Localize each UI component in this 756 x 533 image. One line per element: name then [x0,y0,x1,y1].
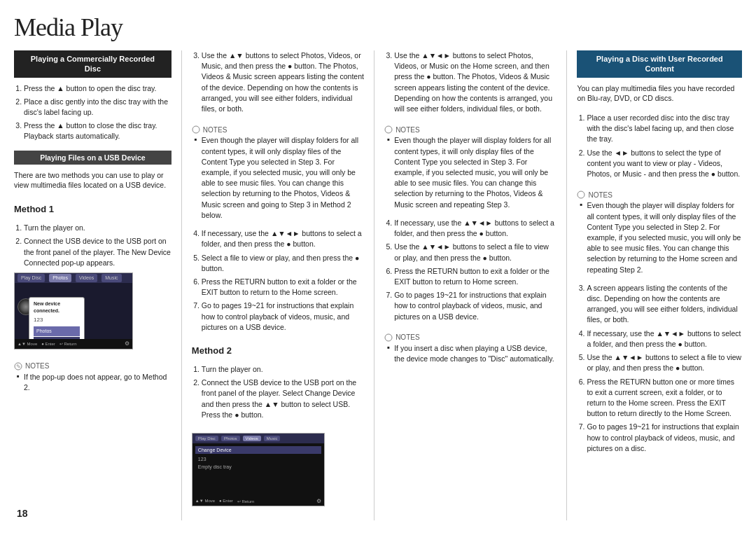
screen-tab: Play Disc [18,274,45,282]
screen-bottom-enter: ● Enter [41,341,55,347]
col2: Use the ▲▼ buttons to select Photos, Vid… [192,50,364,520]
list-item: If you insert a disc when playing a USB … [387,343,556,364]
screen-tab: Music [102,274,121,282]
svg-point-3 [385,126,392,133]
section1-header: Playing a Commercially Recorded Disc [14,50,172,78]
settings-icon2: ⚙ [316,498,321,504]
notes-box3b: NOTES If you insert a disc when playing … [384,333,556,366]
notes-box3a: NOTES Even though the player will displa… [384,125,556,212]
screen2-tab: Play Disc [195,436,218,441]
list-item: If necessary, use the ▲▼◄► buttons to se… [587,328,742,349]
list-item: Even though the player will display fold… [195,135,364,221]
list-item: Use the ◄► buttons to select the type of… [587,148,742,180]
screen2-item: 123 [195,455,321,463]
list-item: Connect the USB device to the USB port o… [24,236,172,268]
page: Media Play Playing a Commercially Record… [0,0,756,533]
list-item: Press the RETURN button to exit a folder… [202,277,364,298]
screen2-content: Change Device 123 Empty disc tray [192,443,324,473]
screen2-bottom: ▲▼ Move ● Enter ↩ Return ⚙ [192,496,324,506]
method2-title: Method 2 [192,345,364,356]
notes-label3a: NOTES [384,125,556,134]
screen-mock: Play Disc Photos Videos Music New device… [14,272,133,349]
col4-steps: Place a user recorded disc into the disc… [577,113,742,182]
page-title: Media Play [14,13,742,42]
col4: Playing a Disc with User Recorded Conten… [577,50,742,520]
col1: Playing a Commercially Recorded Disc Pre… [14,50,172,520]
settings-icon: ⚙ [125,340,130,348]
col-divider [181,50,182,520]
screen-mock2: Play Disc Photos Videos Music Change Dev… [192,433,325,506]
col-divider3 [566,50,567,520]
svg-text:✎: ✎ [16,364,21,370]
list-item: Turn the player on. [24,223,172,233]
method2-steps: Turn the player on. Connect the USB devi… [192,364,364,423]
screen2-tab: Photos [221,436,240,441]
list-item: If necessary, use the ▲▼◄► buttons to se… [202,228,364,249]
columns: Playing a Commercially Recorded Disc Pre… [14,50,742,520]
notes-label4: NOTES [577,191,742,199]
list-item: Use the ▲▼ buttons to select Photos, Vid… [202,50,364,114]
screen-top-bar: Play Disc Photos Videos Music [15,273,132,283]
notes-box1: NOTES Even though the player will displa… [192,125,364,223]
intro-text: There are two methods you can use to pla… [14,170,172,191]
col3-steps2: If necessary, use the ▲▼◄► buttons to se… [384,218,556,325]
list-item: Place a disc gently into the disc tray w… [24,97,172,118]
svg-point-4 [385,334,392,341]
notes-icon [384,125,393,134]
notes-icon [192,125,200,134]
list-item: Go to pages 19~21 for instructions that … [202,300,364,333]
notes-label: NOTES [192,125,364,134]
notes-label: ✎ NOTES [14,362,172,371]
list-item: A screen appears listing the contents of… [587,283,742,326]
list-item: If the pop-up does not appear, go to Met… [17,372,172,393]
list-item: If necessary, use the ▲▼◄► buttons to se… [394,218,556,239]
screen2-item: Change Device [195,446,321,454]
screen-bottom-return: ↩ Return [59,341,77,347]
list-item: Even though the player will display fold… [387,135,556,210]
col4-steps2: A screen appears listing the contents of… [577,283,742,457]
screen2-item: Empty disc tray [195,464,321,470]
screen-tab: Videos [76,274,97,282]
col4-intro: You can play multimedia files you have r… [577,83,742,104]
screen-tab: Photos [49,274,71,282]
notes-box: ✎ NOTES If the pop-up does not appear, g… [14,362,172,395]
svg-point-2 [192,126,200,133]
list-item: Use the ▲▼◄► buttons to select Photos, V… [394,50,556,114]
col2-steps2: If necessary, use the ▲▼◄► buttons to se… [192,228,364,335]
list-item: Play Disc Photos Videos Music New device… [14,272,172,349]
method1-steps: Turn the player on. Connect the USB devi… [14,223,172,354]
list-item: Place a user recorded disc into the disc… [587,113,742,145]
col3: Use the ▲▼◄► buttons to select Photos, V… [384,50,556,520]
col2-steps: Use the ▲▼ buttons to select Photos, Vid… [192,50,364,117]
screen-bottom-move: ▲▼ Move [18,341,37,347]
list-item: Press the ▲ button to open the disc tray… [24,83,172,94]
notes-list3a: Even though the player will display fold… [384,135,556,210]
col3-steps: Use the ▲▼◄► buttons to select Photos, V… [384,50,556,117]
notes-icon: ✎ [14,362,22,371]
list-item: Turn the player on. [202,364,364,375]
notes-list1: Even though the player will display fold… [192,135,364,221]
section2-header: Playing Files on a USB Device [14,151,172,165]
screen2-tab: Music [264,436,281,441]
screen-menu-item: Photos [34,326,80,336]
col-divider2 [374,50,374,520]
list-item: Select a file to view or play, and then … [202,253,364,274]
notes-list4: Even though the player will display fold… [577,200,742,275]
list-item: Use the ▲▼◄► buttons to select a file to… [587,352,742,373]
notes-icon [384,333,393,342]
page-number: 18 [17,508,28,519]
screen2-tab: Videos [243,436,261,441]
list-item: Even though the player will display fold… [580,200,742,275]
list-item: Use the ▲▼◄► buttons to select a file to… [394,242,556,263]
notes-list: If the pop-up does not appear, go to Met… [14,372,172,393]
list-item: Press the ▲ button to close the disc tra… [24,120,172,141]
list-item: Go to pages 19~21 for instructions that … [394,290,556,322]
section4-header: Playing a Disc with User Recorded Conten… [577,50,742,78]
notes-label3b: NOTES [384,333,556,342]
list-item: Press the RETURN button one or more time… [587,377,742,420]
notes-icon [577,191,585,199]
screen2-top-bar: Play Disc Photos Videos Music [192,434,324,443]
section1-steps: Press the ▲ button to open the disc tray… [14,83,172,145]
list-item: Connect the USB device to the USB port o… [202,378,364,420]
svg-point-5 [578,191,584,198]
